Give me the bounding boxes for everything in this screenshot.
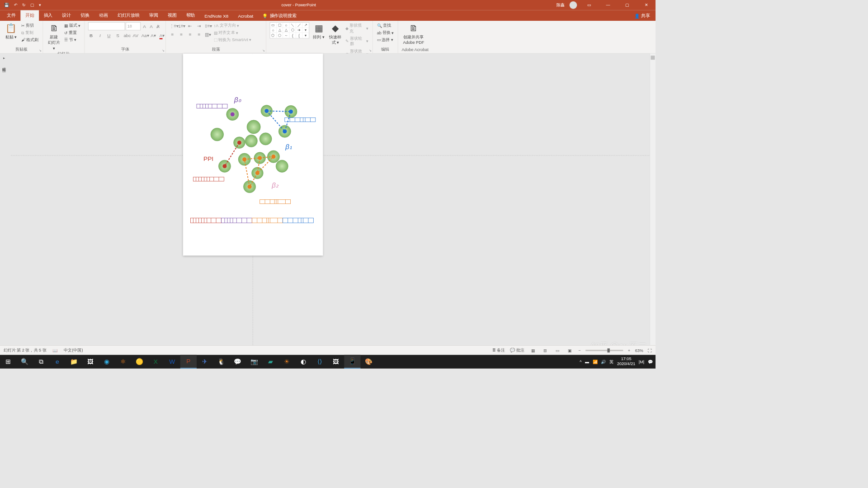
bold-button[interactable]: B — [88, 33, 94, 38]
minimize-icon[interactable]: — — [601, 0, 615, 10]
search-icon[interactable]: 🔍 — [16, 355, 33, 368]
powerpoint-icon[interactable]: P — [180, 355, 197, 368]
tab-home[interactable]: 开始 — [20, 10, 39, 21]
edge-icon[interactable]: e — [49, 355, 66, 368]
align-center-button[interactable]: ≡ — [178, 32, 184, 37]
chrome-icon[interactable]: 🟡 — [131, 355, 147, 368]
close-icon[interactable]: ✕ — [639, 0, 654, 10]
comments-button[interactable]: 💬 批注 — [510, 347, 524, 353]
tray-expand-icon[interactable]: ^ — [580, 359, 581, 364]
indent-button[interactable]: ⇥ — [196, 23, 202, 28]
wechat-icon[interactable]: 💬 — [229, 355, 245, 368]
notes-button[interactable]: ≣ 备注 — [492, 347, 505, 353]
qat-more-icon[interactable]: ▾ — [39, 3, 41, 8]
align-text-button[interactable]: ▤对齐文本 ▾ — [213, 29, 252, 36]
slide-counter[interactable]: 幻灯片 第 2 张，共 5 张 — [4, 347, 47, 353]
expand-thumbnails-icon[interactable]: ▸ — [0, 56, 8, 60]
undo-icon[interactable]: ↶ — [14, 3, 18, 8]
start-from-beginning-icon[interactable]: ▢ — [30, 3, 34, 8]
scroll-thumb[interactable] — [651, 56, 655, 60]
grow-font-icon[interactable]: A — [142, 23, 148, 28]
font-launcher-icon[interactable]: ↘ — [162, 49, 165, 52]
zoom-level[interactable]: 63% — [635, 348, 643, 353]
phone-icon[interactable]: 📱 — [344, 355, 360, 368]
replace-button[interactable]: ab替换 ▾ — [376, 29, 394, 36]
thumbnails-collapsed[interactable]: ▸ 缩略图 — [0, 56, 8, 67]
editing-canvas[interactable]: ▸ 缩略图 — [0, 54, 656, 359]
tab-review[interactable]: 审阅 — [144, 10, 163, 21]
align-left-button[interactable]: ≡ — [170, 32, 176, 37]
outdent-button[interactable]: ⇤ — [187, 23, 193, 28]
maximize-icon[interactable]: ▢ — [620, 0, 634, 10]
paint-icon[interactable]: 🎨 — [360, 355, 377, 368]
paste-button[interactable]: 📋粘贴 ▾ — [4, 22, 19, 40]
text-direction-button[interactable]: ↕A文字方向 ▾ — [213, 22, 252, 28]
font-size-input[interactable] — [126, 22, 141, 30]
sorter-view-icon[interactable]: ⊞ — [542, 348, 549, 353]
task-view-icon[interactable]: ⧉ — [33, 355, 49, 368]
tab-animations[interactable]: 动画 — [94, 10, 113, 21]
excel-icon[interactable]: X — [147, 355, 164, 368]
line-spacing-button[interactable]: ‡≡▾ — [205, 23, 211, 28]
zoom-out-icon[interactable]: − — [578, 348, 580, 353]
tab-view[interactable]: 视图 — [163, 10, 181, 21]
drawing-launcher-icon[interactable]: ↘ — [369, 49, 372, 52]
justify-button[interactable]: ≡ — [196, 32, 202, 37]
word-icon[interactable]: W — [164, 355, 180, 368]
shapes-gallery[interactable]: ▭▢○＼／↗ ○△△⬡➔▾ ⬠⬡～({▾ — [270, 22, 310, 38]
clipboard-launcher-icon[interactable]: ↘ — [39, 49, 42, 52]
ribbon-options-icon[interactable]: ▭ — [582, 0, 596, 10]
case-button[interactable]: Aa▾ — [142, 33, 148, 38]
fit-window-icon[interactable]: ⛶ — [648, 348, 652, 353]
tab-acrobat[interactable]: Acrobat — [233, 11, 258, 21]
numbering-button[interactable]: 1≡▾ — [178, 23, 184, 28]
copy-button[interactable]: ⧉复制 — [20, 29, 39, 36]
select-button[interactable]: ▭选择 ▾ — [376, 37, 394, 43]
smartart-button[interactable]: ⬚转换为 SmartArt ▾ — [213, 37, 252, 43]
horizontal-guide[interactable] — [11, 155, 649, 156]
italic-button[interactable]: I — [97, 33, 103, 38]
explorer-icon[interactable]: 📁 — [66, 355, 82, 368]
shadow-button[interactable]: S — [115, 33, 121, 38]
tab-insert[interactable]: 插入 — [39, 10, 57, 21]
normal-view-icon[interactable]: ▦ — [529, 348, 537, 353]
spacing-button[interactable]: AV — [132, 33, 139, 38]
layout-button[interactable]: ▦版式 ▾ — [63, 22, 81, 28]
vscode-icon[interactable]: ⟨⟩ — [311, 355, 328, 368]
user-name[interactable]: 陈鑫 — [557, 2, 565, 8]
new-slide-button[interactable]: 🗎新建 幻灯片 ▾ — [47, 22, 61, 51]
photos-icon[interactable]: 🖼 — [328, 355, 344, 368]
paragraph-launcher-icon[interactable]: ↘ — [262, 49, 265, 52]
app-icon-7[interactable]: ◐ — [295, 355, 311, 368]
share-button[interactable]: 👤共享 — [629, 10, 656, 21]
app-icon-1[interactable]: 🖼 — [82, 355, 98, 368]
columns-button[interactable]: ▥▾ — [205, 32, 211, 37]
tab-file[interactable]: 文件 — [2, 10, 21, 21]
language-status[interactable]: 中文(中国) — [64, 347, 83, 353]
cut-button[interactable]: ✂剪切 — [20, 22, 39, 28]
tab-endnote[interactable]: EndNote X8 — [200, 11, 233, 21]
tab-transitions[interactable]: 切换 — [76, 10, 94, 21]
zoom-in-icon[interactable]: + — [628, 348, 630, 353]
battery-icon[interactable]: ▬ — [585, 359, 589, 364]
find-button[interactable]: 🔍查找 — [376, 22, 394, 28]
shrink-font-icon[interactable]: A — [148, 23, 155, 28]
create-pdf-button[interactable]: 🗎创建并共享 Adobe PDF — [401, 22, 425, 45]
reading-view-icon[interactable]: ▭ — [554, 348, 561, 353]
tab-design[interactable]: 设计 — [57, 10, 76, 21]
app-icon-3[interactable]: ⚛ — [115, 355, 131, 368]
save-icon[interactable]: 💾 — [4, 3, 9, 8]
strike-button[interactable]: abc — [123, 33, 130, 38]
tray-app-icon-1[interactable]: |M| — [639, 359, 644, 364]
app-icon-6[interactable]: ☀ — [278, 355, 295, 368]
qq-icon[interactable]: 🐧 — [213, 355, 229, 368]
highlight-button[interactable]: A▾ — [150, 33, 156, 38]
clear-format-icon[interactable]: A̷ — [155, 23, 161, 28]
tab-slideshow[interactable]: 幻灯片放映 — [113, 10, 144, 21]
vertical-scrollbar[interactable] — [650, 54, 656, 359]
app-icon-4[interactable]: ✈ — [197, 355, 213, 368]
arrange-button[interactable]: ▦排列 ▾ — [311, 22, 326, 40]
wifi-icon[interactable]: 📶 — [593, 359, 598, 364]
notifications-icon[interactable]: 💬 — [648, 359, 653, 364]
camera-icon[interactable]: 📷 — [246, 355, 262, 368]
